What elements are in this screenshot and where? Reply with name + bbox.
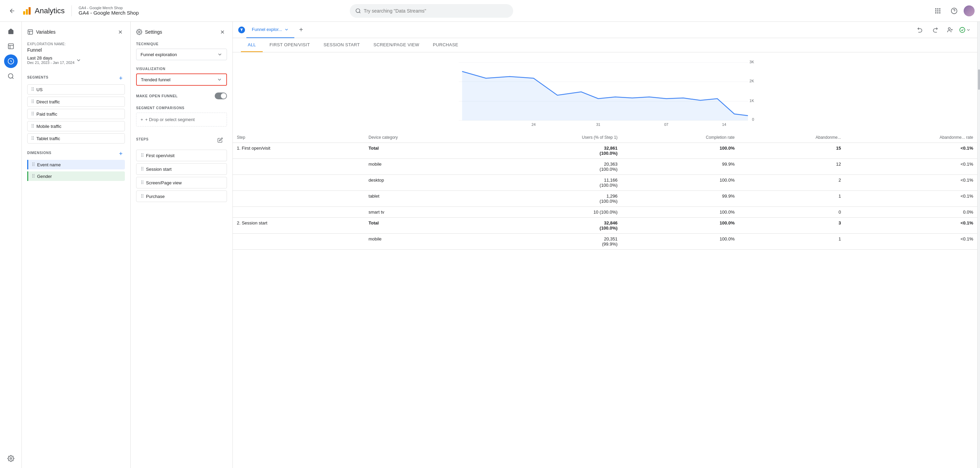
drag-handle: ⠿: [140, 194, 144, 199]
redo-button[interactable]: [928, 23, 942, 37]
chevron-down-icon: [217, 77, 222, 82]
svg-rect-7: [935, 12, 937, 13]
segment-comparisons-label: SEGMENT COMPARISONS: [136, 106, 227, 110]
dimension-gender[interactable]: ⠿ Gender: [27, 171, 125, 181]
tab-session-start[interactable]: SESSION START: [317, 38, 367, 52]
completion-rate: 100.0%: [622, 207, 739, 218]
avatar[interactable]: [964, 5, 975, 16]
date-sub: Dec 21, 2023 - Jan 17, 2024: [27, 60, 75, 65]
segment-direct-traffic[interactable]: ⠿ Direct traffic: [27, 97, 125, 107]
edit-steps-button[interactable]: [213, 133, 227, 147]
y-label-1k: 1K: [749, 98, 754, 103]
drag-handle: ⠿: [31, 99, 34, 105]
tab-bar: Funnel explor... +: [233, 22, 977, 38]
add-dimension-button[interactable]: +: [117, 150, 125, 158]
completion-rate: 99.9%: [622, 159, 739, 175]
dimensions-section-header: DIMENSIONS +: [27, 150, 125, 158]
date-range-selector[interactable]: Last 28 days Dec 21, 2023 - Jan 17, 2024: [27, 56, 125, 65]
completion-rate: 100.0%: [622, 234, 739, 250]
topbar-right: [931, 4, 975, 18]
tab-first-open[interactable]: FIRST OPEN/VISIT: [263, 38, 317, 52]
abandonment: 1: [739, 191, 845, 207]
drag-handle: ⠿: [140, 180, 144, 186]
svg-rect-12: [8, 44, 13, 49]
open-funnel-label: MAKE OPEN FUNNEL: [136, 94, 178, 98]
search-input[interactable]: [364, 8, 508, 14]
step-first-open[interactable]: ⠿ First open/visit: [136, 150, 227, 161]
visualization-dropdown[interactable]: Trended funnel: [136, 73, 227, 86]
users-pct: 20,351 (99.9%): [483, 234, 621, 250]
search-bar[interactable]: [350, 4, 513, 18]
abandonment: 12: [739, 159, 845, 175]
step-session-start[interactable]: ⠿ Session start: [136, 163, 227, 175]
technique-dropdown[interactable]: Funnel exploration: [136, 49, 227, 60]
svg-rect-6: [939, 10, 940, 11]
scrollbar-thumb: [978, 70, 980, 90]
svg-point-17: [138, 31, 140, 33]
date-main: Last 28 days: [27, 56, 75, 60]
segment-paid-traffic[interactable]: ⠿ Paid traffic: [27, 109, 125, 119]
grid-icon[interactable]: [931, 4, 945, 18]
device-smarttv: smart tv: [364, 207, 483, 218]
aband-rate: 0.0%: [845, 207, 977, 218]
step-purchase[interactable]: ⠿ Purchase: [136, 190, 227, 202]
undo-button[interactable]: [913, 23, 927, 37]
device-desktop: desktop: [364, 175, 483, 191]
tab-all[interactable]: ALL: [241, 38, 263, 52]
nav-advertising[interactable]: [4, 70, 18, 83]
device-total: Total: [364, 143, 483, 159]
col-abandonment: Abandonme...: [739, 132, 845, 143]
scrollbar[interactable]: [977, 22, 980, 468]
svg-rect-1: [935, 8, 937, 9]
nav-reports[interactable]: [4, 40, 18, 53]
step-screen-page-view[interactable]: ⠿ Screen/Page view: [136, 177, 227, 189]
back-button[interactable]: [5, 4, 19, 18]
variables-icon: [27, 29, 33, 35]
add-tab-button[interactable]: +: [296, 24, 307, 35]
step-name: [233, 234, 364, 250]
segment-tablet-traffic[interactable]: ⠿ Tablet traffic: [27, 133, 125, 144]
tab-dot: [238, 27, 245, 33]
step-name: [233, 191, 364, 207]
segment-mobile-traffic[interactable]: ⠿ Mobile traffic: [27, 121, 125, 131]
nav-explore[interactable]: [4, 54, 18, 68]
dimensions-list: ⠿ Event name ⠿ Gender: [27, 160, 125, 183]
svg-rect-16: [28, 30, 33, 34]
tab-purchase[interactable]: PURCHASE: [426, 38, 465, 52]
settings-panel: Settings ✕ TECHNIQUE Funnel exploration …: [130, 22, 233, 468]
visualization-value: Trended funnel: [141, 77, 170, 82]
nav-settings[interactable]: [4, 452, 18, 465]
settings-close-button[interactable]: ✕: [218, 27, 227, 37]
variables-close-button[interactable]: ✕: [115, 27, 125, 37]
segment-us[interactable]: ⠿ US: [27, 84, 125, 95]
variables-title: Variables: [27, 29, 56, 35]
add-user-button[interactable]: [943, 23, 957, 37]
x-label-24: 24: [531, 122, 536, 126]
device-mobile2: mobile: [364, 234, 483, 250]
technique-section: TECHNIQUE Funnel exploration: [136, 42, 227, 60]
drag-handle: ⠿: [31, 111, 34, 117]
tab-screen-page-view[interactable]: SCREEN/PAGE VIEW: [366, 38, 426, 52]
add-segment-button[interactable]: +: [117, 74, 125, 82]
aband-rate: <0.1%: [845, 143, 977, 159]
app-title: Analytics: [35, 6, 65, 15]
help-icon[interactable]: [947, 4, 961, 18]
save-button[interactable]: [958, 23, 972, 37]
x-label-14: 14: [722, 122, 726, 126]
table-row: tablet 1,296 (100.0%) 99.9% 1 <0.1%: [233, 191, 977, 207]
step-name: 1. First open/visit: [233, 143, 364, 159]
app-logo: Analytics: [23, 6, 65, 15]
left-nav: [0, 22, 22, 468]
nav-home[interactable]: [4, 24, 18, 38]
open-funnel-toggle[interactable]: [215, 92, 227, 99]
y-label-2k: 2K: [749, 79, 754, 83]
tab-funnel-explore[interactable]: Funnel explor...: [247, 22, 294, 38]
drag-handle: ⠿: [32, 173, 35, 179]
completion-rate: 100.0%: [622, 143, 739, 159]
svg-point-15: [10, 458, 11, 460]
tab-actions: [913, 23, 972, 37]
svg-rect-9: [939, 12, 940, 13]
drop-segment-area[interactable]: + + Drop or select segment: [136, 113, 227, 127]
dimension-event-name[interactable]: ⠿ Event name: [27, 160, 125, 170]
divider: [72, 5, 72, 16]
